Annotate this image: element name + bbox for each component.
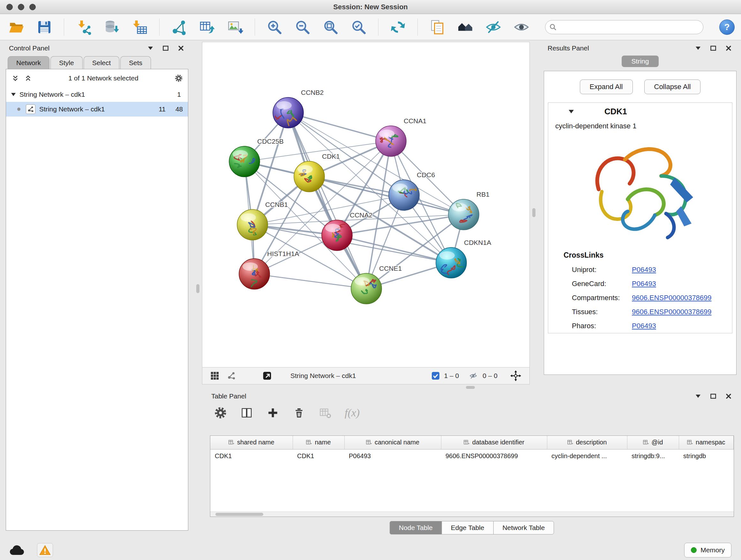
network-node[interactable]: HIST1H1A (239, 250, 299, 289)
cell-id[interactable]: stringdb:9... (627, 449, 679, 462)
network-collection-row[interactable]: String Network – cdk1 1 (6, 87, 188, 102)
window-minimize-button[interactable] (18, 4, 24, 10)
column-header-database-identifier[interactable]: database identifier (441, 436, 547, 449)
tab-sets[interactable]: Sets (120, 56, 151, 69)
import-network-file-button[interactable] (74, 17, 93, 37)
delete-column-button[interactable] (292, 406, 306, 420)
cell-name[interactable]: CDK1 (293, 449, 344, 462)
scrollbar-thumb[interactable] (215, 513, 263, 516)
detach-view-button[interactable] (263, 372, 271, 380)
window-zoom-button[interactable] (29, 4, 36, 10)
column-header-name[interactable]: name (293, 436, 344, 449)
network-node[interactable]: CDK1 (294, 152, 340, 192)
zoom-in-button[interactable] (265, 17, 284, 37)
column-header-id[interactable]: @id (627, 436, 679, 449)
network-edge[interactable] (254, 274, 366, 289)
column-header-namespace[interactable]: namespac (679, 436, 734, 449)
birds-eye-view-button[interactable] (455, 17, 475, 37)
delete-table-button-disabled[interactable] (319, 406, 332, 420)
network-node[interactable]: CCNB2 (273, 89, 324, 128)
cloud-icon[interactable] (10, 545, 24, 556)
tab-select[interactable]: Select (84, 56, 119, 69)
network-node[interactable]: CDKN1A (436, 239, 491, 278)
apply-layout-button[interactable] (388, 17, 408, 37)
crosslink-compartments-link[interactable]: 9606.ENSP00000378699 (632, 294, 712, 302)
tab-node-table[interactable]: Node Table (390, 521, 442, 535)
crosslink-tissues-link[interactable]: 9606.ENSP00000378699 (632, 308, 712, 316)
panel-close-button[interactable] (724, 392, 733, 400)
panel-float-button[interactable] (709, 44, 718, 52)
network-edge[interactable] (288, 113, 366, 289)
panel-float-button[interactable] (161, 44, 170, 52)
fit-content-crosshair-icon[interactable] (510, 370, 521, 381)
save-session-button[interactable] (35, 17, 54, 37)
warnings-button[interactable] (37, 543, 53, 557)
horizontal-scrollbar[interactable] (210, 511, 734, 516)
crosslink-pharos-link[interactable]: P06493 (632, 322, 656, 330)
network-edge[interactable] (337, 235, 451, 263)
splitter-handle[interactable] (532, 208, 536, 217)
help-button[interactable]: ? (719, 19, 735, 35)
grid-view-button[interactable] (211, 372, 219, 380)
panel-float-button[interactable] (709, 392, 718, 400)
panel-menu-button[interactable] (694, 392, 702, 400)
new-network-button[interactable] (169, 17, 189, 37)
table-row[interactable]: CDK1 CDK1 P06493 9606.ENSP00000378699 cy… (210, 449, 734, 462)
selected-checkbox-icon[interactable] (431, 372, 440, 380)
import-network-database-button[interactable] (102, 17, 122, 37)
column-header-description[interactable]: description (547, 436, 627, 449)
export-table-button[interactable] (197, 17, 217, 37)
cell-database-identifier[interactable]: 9606.ENSP00000378699 (441, 449, 547, 462)
copy-button[interactable] (427, 17, 447, 37)
expand-all-networks-button[interactable] (24, 74, 32, 82)
panel-close-button[interactable] (724, 44, 733, 52)
show-columns-button[interactable] (240, 406, 253, 420)
network-row-selected[interactable]: String Network – cdk1 11 48 (6, 102, 188, 117)
zoom-selected-button[interactable] (349, 17, 368, 37)
warning-icon (39, 545, 51, 555)
zoom-fit-button[interactable] (321, 17, 340, 37)
cell-description[interactable]: cyclin-dependent ... (547, 449, 627, 462)
panel-menu-button[interactable] (146, 44, 154, 52)
crosslink-uniprot-link[interactable]: P06493 (632, 266, 656, 274)
network-canvas[interactable]: CCNB2CCNA1CDC25BCDK1CDC6RB1CCNB1CCNA2CDK… (202, 42, 529, 367)
function-builder-button[interactable]: f(x) (345, 407, 360, 419)
network-node[interactable]: CCNA1 (376, 117, 426, 157)
tab-network[interactable]: Network (8, 56, 50, 69)
protein-section-header[interactable]: CDK1 (548, 103, 732, 120)
expand-all-button[interactable]: Expand All (580, 79, 633, 94)
network-view-mode-button[interactable] (227, 372, 235, 380)
column-header-canonical-name[interactable]: canonical name (344, 436, 441, 449)
collapse-all-networks-button[interactable] (11, 74, 19, 82)
tab-edge-table[interactable]: Edge Table (442, 521, 494, 535)
panel-menu-button[interactable] (694, 44, 702, 52)
cell-namespace[interactable]: stringdb (679, 449, 734, 462)
tab-style[interactable]: Style (51, 56, 83, 69)
collapse-all-button[interactable]: Collapse All (644, 79, 701, 94)
tab-network-table[interactable]: Network Table (493, 521, 554, 535)
show-all-button[interactable] (512, 17, 531, 37)
import-table-button[interactable] (130, 17, 150, 37)
network-options-button[interactable] (175, 74, 183, 82)
search-input[interactable] (545, 20, 703, 34)
table-options-button[interactable] (214, 406, 227, 420)
window-close-button[interactable] (6, 4, 13, 10)
export-image-button[interactable] (225, 17, 245, 37)
results-tab-string[interactable]: String (622, 56, 659, 67)
memory-indicator[interactable]: Memory (684, 543, 731, 557)
crosslink-genecard-link[interactable]: P06493 (632, 280, 656, 288)
create-column-button[interactable] (266, 406, 280, 420)
splitter-handle[interactable] (196, 284, 199, 293)
panel-close-button[interactable] (177, 44, 185, 52)
zoom-out-button[interactable] (293, 17, 313, 37)
network-graph[interactable]: CCNB2CCNA1CDC25BCDK1CDC6RB1CCNB1CCNA2CDK… (202, 42, 529, 367)
network-node[interactable]: RB1 (448, 191, 489, 230)
open-session-button[interactable] (6, 17, 26, 37)
network-node[interactable]: CCNB1 (237, 201, 288, 240)
column-header-shared-name[interactable]: shared name (210, 436, 293, 449)
network-node[interactable]: CDC6 (389, 171, 435, 210)
cell-shared-name[interactable]: CDK1 (210, 449, 293, 462)
hide-selected-button[interactable] (483, 17, 503, 37)
cell-canonical-name[interactable]: P06493 (344, 449, 441, 462)
splitter-handle[interactable] (466, 386, 475, 389)
